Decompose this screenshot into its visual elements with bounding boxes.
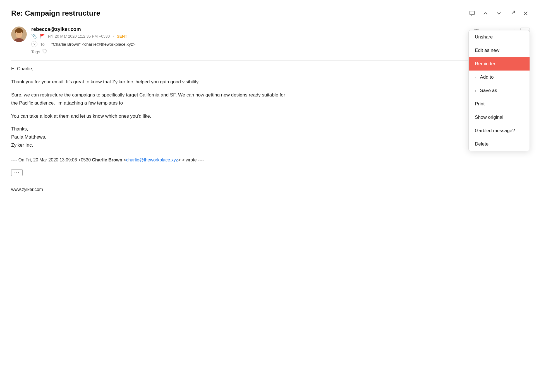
email-para3: You can take a look at them and let us k…: [11, 112, 290, 120]
prev-email-button[interactable]: [481, 9, 490, 18]
header-actions: [468, 9, 530, 18]
sent-badge: SENT: [117, 34, 127, 38]
svg-line-1: [512, 11, 514, 14]
website-link: www.zylker.com: [11, 186, 290, 193]
email-para1: Thank you for your email. It's great to …: [11, 78, 290, 86]
sender-email: rebecca@zylker.com: [31, 26, 530, 32]
tags-label: Tags: [31, 49, 40, 54]
email-body: Hi Charlie, Thank you for your email. It…: [11, 65, 290, 193]
expand-button[interactable]: [508, 9, 516, 18]
email-greeting: Hi Charlie,: [11, 65, 290, 73]
menu-item-unshare[interactable]: Unshare: [469, 30, 530, 44]
expand-to-icon: [33, 43, 36, 45]
menu-item-reminder[interactable]: Reminder: [469, 57, 530, 71]
chevron-down-icon: [496, 10, 502, 16]
email-header: Re: Campaign restructure: [11, 9, 530, 18]
to-address: "Charlie Brown" <charlie@theworkplace.xy…: [51, 42, 135, 47]
expand-quoted-button[interactable]: ···: [11, 169, 23, 176]
svg-point-10: [20, 34, 21, 35]
menu-item-delete[interactable]: Delete: [469, 137, 530, 151]
to-row: To "Charlie Brown" <charlie@theworkplace…: [31, 41, 530, 47]
sender-date: Fri, 20 Mar 2020 1:12:35 PM +0530: [48, 34, 110, 38]
paperclip-icon: 📎: [31, 33, 37, 39]
sender-section: rebecca@zylker.com 📎 🚩 Fri, 20 Mar 2020 …: [11, 26, 530, 55]
chevron-up-icon: [482, 10, 489, 16]
dropdown-menu: Unshare Edit as new Reminder ‹ Add to ‹ …: [468, 30, 530, 151]
menu-item-garbled-message[interactable]: Garbled message?: [469, 124, 530, 137]
close-button[interactable]: [521, 9, 530, 18]
chat-icon: [469, 10, 475, 16]
email-para2: Sure, we can restructure the campaigns t…: [11, 91, 290, 107]
quoted-header: ---- On Fri, 20 Mar 2020 13:09:06 +0530 …: [11, 156, 290, 164]
close-icon: [523, 10, 529, 16]
menu-item-print[interactable]: Print: [469, 97, 530, 111]
add-to-chevron: ‹: [475, 75, 476, 79]
svg-rect-0: [470, 11, 475, 14]
flag-icon: 🚩: [40, 33, 45, 39]
expand-icon: [509, 10, 515, 16]
expand-to-button[interactable]: [31, 41, 37, 47]
next-email-button[interactable]: [495, 9, 503, 18]
menu-item-save-as[interactable]: ‹ Save as: [469, 84, 530, 97]
tags-icon-button[interactable]: [42, 49, 47, 55]
email-closing: Thanks, Paula Matthews, Zylker Inc.: [11, 125, 290, 149]
chat-icon-button[interactable]: [468, 9, 476, 18]
quoted-email-link[interactable]: charlie@theworkplace.xyz: [126, 158, 178, 162]
email-subject: Re: Campaign restructure: [11, 9, 100, 18]
svg-point-7: [16, 28, 22, 33]
menu-item-show-original[interactable]: Show original: [469, 111, 530, 124]
tags-row: Tags: [31, 49, 530, 55]
to-label: To: [40, 42, 49, 47]
menu-item-edit-as-new[interactable]: Edit as new: [469, 44, 530, 57]
svg-point-9: [18, 34, 18, 35]
menu-item-add-to[interactable]: ‹ Add to: [469, 71, 530, 84]
sender-meta: 📎 🚩 Fri, 20 Mar 2020 1:12:35 PM +0530 • …: [31, 33, 530, 39]
email-container: Re: Campaign restructure: [0, 0, 541, 392]
save-as-chevron: ‹: [475, 89, 476, 93]
avatar: [11, 26, 27, 42]
section-divider: [11, 60, 530, 61]
tag-icon: [42, 49, 47, 54]
sender-info: rebecca@zylker.com 📎 🚩 Fri, 20 Mar 2020 …: [31, 26, 530, 55]
